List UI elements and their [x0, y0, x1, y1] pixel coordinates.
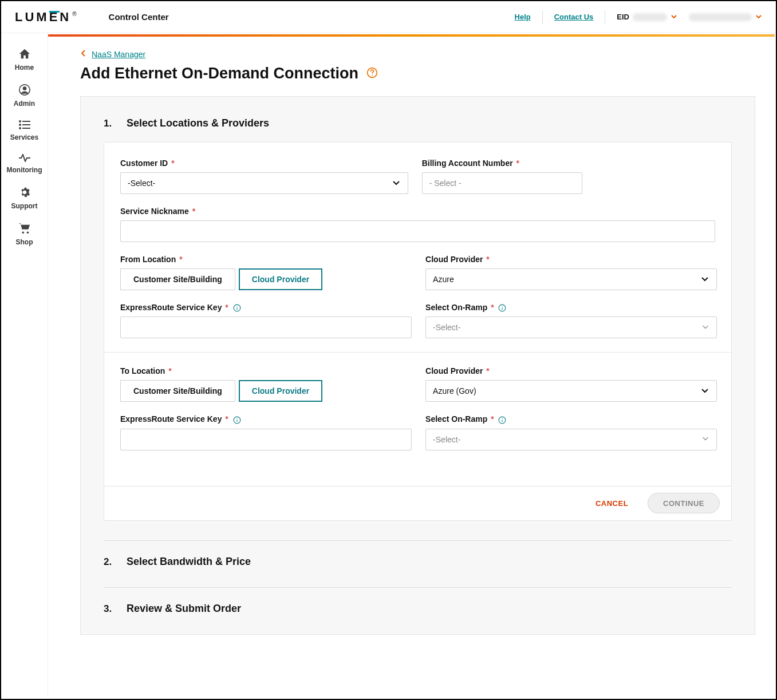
eid-dropdown[interactable]: EID [609, 12, 677, 22]
svg-point-6 [19, 127, 21, 129]
page-title: Add Ethernet On-Demand Connection [80, 65, 755, 82]
sidebar-item-label: Admin [14, 100, 35, 108]
step-number: 1. [104, 118, 127, 129]
chevron-down-icon [701, 323, 709, 333]
breadcrumb-naas-manager[interactable]: NaaS Manager [80, 49, 755, 59]
step-3-header[interactable]: 3. Review & Submit Order [104, 603, 732, 615]
sidebar-item-shop[interactable]: Shop [1, 217, 48, 253]
account-dropdown[interactable] [689, 12, 762, 22]
wizard-container: 1. Select Locations & Providers Customer… [80, 96, 755, 635]
sidebar-item-admin[interactable]: Admin [1, 78, 48, 114]
chevron-down-icon [700, 274, 709, 285]
gear-icon [19, 187, 30, 202]
step-title: Select Locations & Providers [127, 117, 269, 129]
eid-value-redacted [633, 13, 667, 21]
billing-account-select[interactable]: - Select - [422, 172, 583, 194]
step-divider [104, 540, 732, 541]
svg-point-11 [372, 74, 373, 76]
header-separator [542, 10, 543, 24]
help-circle-icon[interactable] [366, 65, 378, 82]
chevron-down-icon [700, 386, 709, 397]
form-actions: CANCEL CONTINUE [104, 487, 732, 521]
svg-point-1 [22, 86, 26, 90]
sidebar-item-label: Shop [16, 238, 33, 246]
chevron-down-icon [392, 178, 401, 189]
from-service-key-label: ExpressRoute Service Key * [120, 303, 412, 312]
customer-id-label: Customer ID * [120, 159, 408, 168]
to-cloud-provider-select[interactable]: Azure (Gov) [425, 380, 717, 402]
form-divider [104, 352, 731, 353]
svg-point-9 [26, 231, 29, 234]
from-onramp-label: Select On-Ramp * [425, 303, 717, 312]
step-1-form: Customer ID * -Select- Billing Account N… [104, 142, 732, 487]
cancel-button[interactable]: CANCEL [592, 499, 632, 508]
to-location-toggle: Customer Site/Building Cloud Provider [120, 380, 412, 402]
info-circle-icon[interactable] [233, 416, 241, 424]
header-separator [605, 10, 605, 24]
step-divider [104, 587, 732, 588]
help-link[interactable]: Help [515, 13, 531, 21]
info-circle-icon[interactable] [498, 416, 506, 424]
to-cloud-provider-button[interactable]: Cloud Provider [239, 380, 322, 402]
sidebar-item-services[interactable]: Services [1, 114, 48, 148]
svg-point-23 [502, 418, 503, 418]
chevron-left-icon [80, 49, 86, 59]
to-onramp-label: Select On-Ramp * [425, 414, 717, 424]
chevron-down-icon [670, 12, 677, 22]
from-location-toggle: Customer Site/Building Cloud Provider [120, 268, 412, 290]
step-title: Review & Submit Order [127, 603, 241, 615]
to-location-label: To Location * [120, 366, 412, 375]
to-service-key-input[interactable] [120, 429, 412, 450]
sidebar-item-label: Services [10, 133, 38, 141]
from-cloud-provider-label: Cloud Provider * [425, 255, 717, 264]
chevron-down-icon [701, 434, 709, 444]
svg-rect-3 [22, 121, 30, 122]
step-1-header: 1. Select Locations & Providers [104, 117, 732, 129]
app-title: Control Center [109, 12, 169, 22]
from-service-key-input[interactable] [120, 317, 412, 338]
sidebar-nav: Home Admin Services Monitoring Support S… [1, 33, 48, 697]
svg-point-14 [236, 306, 237, 307]
step-number: 3. [104, 603, 127, 615]
from-cloud-provider-button[interactable]: Cloud Provider [239, 268, 322, 290]
to-onramp-select[interactable]: -Select- [425, 429, 717, 450]
sidebar-item-home[interactable]: Home [1, 42, 48, 78]
sidebar-item-label: Support [11, 202, 38, 210]
from-onramp-select[interactable]: -Select- [425, 317, 717, 338]
svg-rect-7 [22, 128, 30, 129]
continue-button[interactable]: CONTINUE [648, 493, 720, 513]
customer-id-select[interactable]: -Select- [120, 172, 408, 194]
info-circle-icon[interactable] [233, 304, 241, 312]
list-icon [19, 120, 30, 133]
from-cloud-provider-select[interactable]: Azure [425, 268, 717, 290]
svg-point-17 [502, 306, 503, 307]
cart-icon [18, 223, 31, 238]
sidebar-item-support[interactable]: Support [1, 181, 48, 217]
from-customer-site-button[interactable]: Customer Site/Building [120, 268, 235, 290]
info-circle-icon[interactable] [498, 304, 506, 312]
svg-point-8 [22, 231, 24, 234]
accent-bar [48, 34, 775, 37]
eid-label: EID [617, 13, 629, 21]
service-nickname-input[interactable] [120, 220, 715, 242]
svg-point-2 [19, 120, 21, 122]
home-icon [18, 48, 31, 64]
app-header: LUMEN® Control Center Help Contact Us EI… [1, 1, 776, 33]
billing-account-label: Billing Account Number * [422, 159, 583, 168]
activity-icon [18, 154, 31, 166]
lumen-logo: LUMEN® [15, 10, 77, 25]
service-nickname-label: Service Nickname * [120, 207, 715, 216]
step-title: Select Bandwidth & Price [127, 556, 251, 568]
main-content: NaaS Manager Add Ethernet On-Demand Conn… [48, 33, 776, 697]
to-cloud-provider-label: Cloud Provider * [425, 366, 717, 375]
to-service-key-label: ExpressRoute Service Key * [120, 414, 412, 424]
to-customer-site-button[interactable]: Customer Site/Building [120, 380, 235, 402]
step-2-header[interactable]: 2. Select Bandwidth & Price [104, 556, 732, 568]
sidebar-item-monitoring[interactable]: Monitoring [1, 148, 48, 181]
svg-rect-5 [22, 124, 30, 125]
svg-point-4 [19, 124, 21, 126]
user-icon [19, 84, 30, 100]
svg-point-20 [236, 418, 237, 418]
contact-us-link[interactable]: Contact Us [554, 13, 594, 21]
sidebar-item-label: Home [15, 64, 34, 72]
